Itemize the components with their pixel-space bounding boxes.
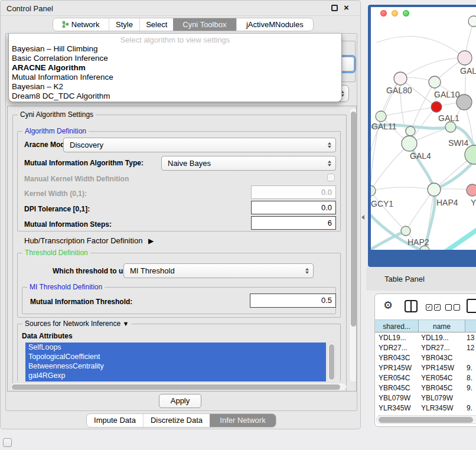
node-gal4[interactable] (402, 136, 417, 151)
tab-infer-network[interactable]: Infer Network (210, 414, 276, 427)
close-panel-icon[interactable]: × (344, 2, 349, 12)
mi-algorithm-type-label: Mutual Information Algorithm Type: (24, 159, 144, 167)
unchecked-box-icon[interactable] (454, 304, 460, 311)
attribute-list-scrollbar[interactable] (327, 343, 335, 381)
mi-algorithm-type-combo[interactable]: Naive Bayes (161, 156, 336, 171)
columns-icon[interactable] (405, 300, 418, 312)
algorithm-option[interactable]: Bayesian – Hill Climbing (12, 44, 98, 53)
algorithm-option[interactable]: Mutual Information Inference (12, 73, 113, 81)
cell-name: YDL19... (421, 334, 449, 342)
dpi-tolerance-field[interactable]: 0.0 (251, 201, 336, 214)
table-row[interactable]: YPR145W YPR145W 9. (375, 363, 476, 373)
node-top-arc[interactable] (468, 16, 476, 27)
manual-kernel-width-checkbox[interactable] (327, 174, 335, 181)
settings-horizontal-scrollbar[interactable] (10, 383, 347, 391)
which-threshold-value: MI Threshold (130, 266, 175, 275)
tab-select-label: Select (146, 18, 167, 31)
page-icon[interactable] (467, 299, 476, 313)
list-item[interactable]: gal4RGexp (25, 371, 326, 380)
column-header-shared[interactable]: shared... (375, 319, 419, 332)
node-gal80[interactable] (394, 72, 407, 85)
mi-threshold-field[interactable]: 0.5 (250, 294, 336, 308)
tab-style-label: Style (116, 18, 133, 31)
hub-definition-toggle[interactable]: Hub/Transcription Factor Definition ▶ (24, 236, 154, 245)
table-horizontal-scrollbar[interactable] (376, 415, 476, 424)
apply-button[interactable]: Apply (159, 394, 201, 408)
node-hap4[interactable] (428, 183, 441, 196)
threshold-definition-title: Threshold Definition (22, 249, 90, 257)
node-gal1-red[interactable] (431, 102, 442, 112)
cell-shared-name: YBR043C (379, 354, 410, 362)
cell-shared-name: YPR145W (379, 364, 412, 372)
splitpane-handle-icon[interactable] (361, 215, 364, 220)
aracne-mode-value: Discovery (70, 141, 103, 149)
kernel-width-value: 0.0 (321, 188, 332, 197)
column-header-name[interactable]: name (419, 319, 465, 332)
column-header-partial[interactable] (465, 319, 476, 332)
sources-group-title-text: Sources for Network Inference (25, 319, 120, 328)
checked-box-icon[interactable]: ✓ (434, 304, 441, 311)
mi-steps-field[interactable]: 6 (251, 216, 336, 230)
algorithm-option[interactable]: Bayesian – K2 (12, 82, 63, 91)
mi-steps-value: 6 (328, 219, 332, 227)
node-above-gal4[interactable] (406, 126, 415, 136)
cell-name: YBR045C (421, 384, 452, 392)
settings-vertical-scrollbar[interactable] (349, 107, 357, 383)
screen: Control Panel × Network Style Select (0, 0, 476, 450)
node-gcy1[interactable] (371, 185, 376, 196)
tab-cyni-toolbox-label: Cyni Toolbox (182, 18, 226, 31)
algorithm-dropdown-popup: Select algorithm to view settings Bayesi… (8, 34, 342, 102)
which-threshold-combo[interactable]: MI Threshold (123, 263, 314, 278)
table-row[interactable]: YBR043C YBR043C (375, 353, 476, 363)
cell-value: 13 (467, 334, 474, 342)
table-row[interactable]: YLR345W YLR345W 9. (375, 403, 476, 413)
table-row[interactable]: YBL079W YBL079W (375, 393, 476, 403)
data-attributes-label: Data Attributes (22, 332, 73, 340)
table-row[interactable]: YDL19... YDL19... 13 (375, 333, 476, 343)
tab-network[interactable]: Network (53, 18, 109, 31)
network-canvas[interactable]: GAL GAL80 GAL10 GAL1 GAL11 GAL4 SWI4 GCY… (371, 7, 476, 250)
kernel-width-label: Kernel Width (0,1): (24, 190, 87, 198)
node-pink-right[interactable] (467, 184, 476, 196)
kernel-width-field[interactable]: 0.0 (251, 185, 336, 199)
algorithm-option-selected[interactable]: ARACNE Algorithm (12, 63, 86, 72)
sources-group-title[interactable]: Sources for Network Inference ▼ (22, 319, 131, 328)
gear-icon[interactable]: ⚙ (383, 299, 393, 312)
tab-discretize-data[interactable]: Discretize Data (143, 414, 210, 427)
tab-infer-network-label: Infer Network (220, 414, 265, 427)
mi-algorithm-type-value: Naive Bayes (168, 159, 211, 168)
node-swi4[interactable] (445, 122, 456, 132)
aracne-mode-combo[interactable]: Discovery (63, 138, 336, 152)
node-gal11[interactable] (376, 111, 386, 122)
node-label: GAL11 (371, 122, 397, 131)
tab-impute-data[interactable]: Impute Data (87, 414, 143, 427)
table-panel-title: Table Panel (384, 275, 425, 283)
collapsed-panel-button[interactable] (3, 438, 12, 447)
table-row[interactable]: YER054C YER054C 8. (375, 373, 476, 383)
data-attributes-list[interactable]: SelfLoops TopologicalCoefficient Between… (25, 343, 326, 381)
table-row[interactable]: YBR045C YBR045C 9. (375, 383, 476, 393)
float-panel-icon[interactable] (331, 5, 338, 11)
table-row[interactable]: YDR27... YDR27... 12 (375, 343, 476, 353)
node-label: HAP4 (436, 198, 458, 207)
combo-arrows-icon (328, 159, 331, 167)
network-node-labels: GAL GAL80 GAL10 GAL1 GAL11 GAL4 SWI4 GCY… (371, 66, 476, 247)
tab-cyni-toolbox[interactable]: Cyni Toolbox (173, 18, 236, 31)
apply-button-label: Apply (171, 396, 190, 405)
tab-style[interactable]: Style (109, 18, 140, 31)
list-item[interactable]: TopologicalCoefficient (25, 352, 326, 361)
unchecked-box-icon[interactable] (445, 304, 452, 311)
list-item[interactable]: SelfLoops (25, 343, 326, 352)
node-gal10[interactable] (429, 76, 441, 88)
algorithm-option[interactable]: Dream8 DC_TDC Algorithm (12, 92, 110, 100)
node-top-right-pink[interactable] (458, 51, 472, 65)
combo-arrows-icon (328, 141, 331, 149)
algorithm-option[interactable]: Basic Correlation Inference (12, 54, 108, 63)
tab-select[interactable]: Select (139, 18, 173, 31)
checked-box-icon[interactable]: ✓ (426, 304, 432, 311)
node-hap2[interactable] (401, 226, 410, 236)
tab-jactivemnodules[interactable]: jActiveMNodules (236, 18, 313, 31)
list-item[interactable]: BetweennessCentrality (25, 361, 326, 371)
cell-value: 12 (467, 344, 474, 352)
node-label: GAL1 (438, 113, 459, 123)
